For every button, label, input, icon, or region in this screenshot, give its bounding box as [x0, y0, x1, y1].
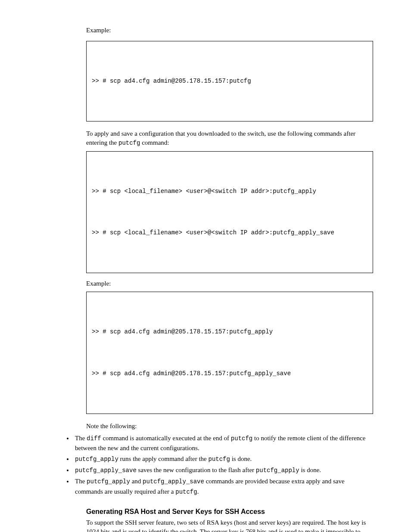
example-label-2: Example: — [86, 279, 373, 288]
example-label-1: Example: — [86, 26, 373, 35]
code-block-3: >> # scp ad4.cfg admin@205.178.15.157:pu… — [86, 292, 373, 414]
paragraph-apply-save: To apply and save a configuration that y… — [86, 129, 373, 148]
code-line: >> # scp <local_filename> <user>@<switch… — [92, 226, 367, 240]
list-item: The diff command is automatically execut… — [73, 433, 373, 454]
code-line: >> # scp ad4.cfg admin@205.178.15.157:pu… — [92, 325, 367, 339]
list-item: putcfg_apply runs the apply command afte… — [73, 454, 373, 464]
note-following: Note the following: — [86, 422, 373, 431]
list-item: putcfg_apply_save saves the new configur… — [73, 465, 373, 476]
paragraph-rsa-1: To support the SSH server feature, two s… — [86, 518, 373, 532]
code-block-1: >> # scp ad4.cfg admin@205.178.15.157:pu… — [86, 41, 373, 121]
heading-rsa-keys: Generating RSA Host and Server Keys for … — [86, 508, 373, 516]
bullet-list-1: The diff command is automatically execut… — [64, 433, 373, 497]
code-line: >> # scp ad4.cfg admin@205.178.15.157:pu… — [92, 367, 367, 380]
list-item: The putcfg_apply and putcfg_apply_save c… — [73, 476, 373, 497]
code-line: >> # scp <local_filename> <user>@<switch… — [92, 184, 367, 198]
code-line: >> # scp ad4.cfg admin@205.178.15.157:pu… — [92, 74, 367, 88]
code-block-2: >> # scp <local_filename> <user>@<switch… — [86, 151, 373, 274]
